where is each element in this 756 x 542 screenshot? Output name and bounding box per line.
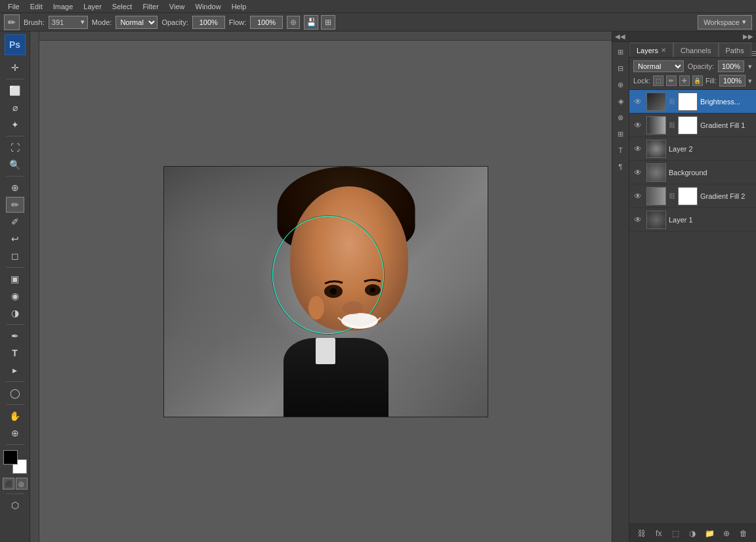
add-mask-btn[interactable]: ⬚ [669, 527, 682, 540]
eye-visibility-layer2[interactable]: 👁 [632, 143, 644, 155]
fill-label: Fill: [705, 77, 717, 85]
lock-position-btn[interactable]: ✛ [679, 75, 690, 86]
ruler-top [30, 31, 612, 41]
layers-tab[interactable]: Layers ✕ [629, 43, 673, 57]
fill-input[interactable] [719, 75, 746, 87]
adjustment-btn[interactable]: ◑ [686, 527, 699, 540]
panel-tool-3[interactable]: ⊕ [614, 77, 628, 92]
crop-tool[interactable]: ⛶ [6, 140, 24, 156]
canvas-wrapper [163, 166, 488, 417]
panel-tool-4[interactable]: ◈ [614, 94, 628, 108]
menu-select[interactable]: Select [107, 0, 138, 13]
layer-name-brightness: Brightness... [700, 98, 753, 106]
canvas-content[interactable] [163, 166, 488, 417]
expand-right-icon[interactable]: ▶▶ [743, 33, 753, 40]
mode-select[interactable]: Normal Multiply Screen [116, 16, 158, 29]
menu-layer[interactable]: Layer [78, 0, 107, 13]
fx-btn[interactable]: fx [652, 527, 665, 540]
fill-arrow-icon[interactable]: ▾ [748, 77, 752, 85]
eye-visibility-layer1[interactable]: 👁 [632, 214, 644, 226]
lock-all-btn[interactable]: 🔒 [692, 75, 703, 86]
eyedropper-tool[interactable]: 🔍 [6, 157, 24, 173]
dodge-tool[interactable]: ◑ [6, 305, 24, 321]
eye-visibility-background[interactable]: 👁 [632, 167, 644, 178]
healing-tool[interactable]: ⊕ [6, 180, 24, 196]
blur-tool[interactable]: ◉ [6, 288, 24, 304]
panel-tool-5[interactable]: ⊗ [614, 110, 628, 125]
marquee-tool[interactable]: ⬜ [6, 83, 24, 98]
lock-transparent-btn[interactable]: ⬚ [653, 75, 663, 86]
zoom-tool[interactable]: ⊕ [6, 425, 24, 441]
eye-visibility-brightness[interactable]: 👁 [632, 96, 644, 108]
layer-item-layer2[interactable]: 👁 Layer 2 [629, 137, 756, 161]
menu-file[interactable]: File [3, 0, 25, 13]
workspace-button[interactable]: Workspace ▾ [698, 15, 752, 30]
flow-input[interactable] [250, 16, 283, 29]
new-layer-btn[interactable]: ⊕ [720, 527, 733, 540]
opacity-arrow-icon[interactable]: ▾ [748, 62, 752, 71]
screen-mode-btn[interactable]: ⬡ [6, 497, 24, 513]
blend-opacity-row: Normal Multiply Screen Opacity: ▾ [633, 60, 752, 72]
layer-item-brightness[interactable]: 👁 ⛓ Brightness... [629, 90, 756, 114]
opacity-input[interactable] [192, 16, 225, 29]
layer-item-gradient1[interactable]: 👁 ⛓ Gradient Fill 1 [629, 114, 756, 137]
opacity-input[interactable] [718, 60, 744, 72]
new-group-btn[interactable]: 📁 [703, 527, 716, 540]
menu-edit[interactable]: Edit [25, 0, 48, 13]
channels-tab[interactable]: Channels [673, 43, 718, 57]
move-tool[interactable]: ✛ [6, 60, 24, 75]
mode-label: Mode: [92, 18, 112, 26]
panel-arrange-btn[interactable]: ⊞ [614, 45, 628, 59]
panel-tool-8[interactable]: ¶ [614, 159, 628, 174]
layer-mask-gradient2 [678, 187, 698, 205]
panel-tool-2[interactable]: ⊟ [614, 61, 628, 75]
layer-item-layer1[interactable]: 👁 Layer 1 [629, 208, 756, 232]
eraser-tool[interactable]: ◻ [6, 248, 24, 264]
brush-preset-picker[interactable]: 391 ▾ [49, 16, 88, 29]
magic-wand-tool[interactable]: ✦ [6, 117, 24, 133]
tool-separator-4 [6, 267, 24, 268]
paths-tab[interactable]: Paths [719, 43, 751, 57]
menu-image[interactable]: Image [48, 0, 79, 13]
history-brush-tool[interactable]: ↩ [6, 231, 24, 247]
menu-window[interactable]: Window [190, 0, 226, 13]
link-layers-btn[interactable]: ⛓ [635, 527, 648, 540]
menu-view[interactable]: View [164, 0, 190, 13]
pen-tool[interactable]: ✒ [6, 328, 24, 344]
standard-mode-btn[interactable]: ⬛ [3, 478, 14, 490]
layer-item-background[interactable]: 👁 Background [629, 161, 756, 184]
layers-tab-close[interactable]: ✕ [661, 47, 666, 54]
shape-tool[interactable]: ◯ [6, 385, 24, 401]
clone-tool[interactable]: ✐ [6, 214, 24, 230]
layer-mask-brightness [678, 93, 698, 111]
brush-tool[interactable]: ✏ [6, 197, 24, 213]
eye-visibility-gradient2[interactable]: 👁 [632, 190, 644, 202]
delete-layer-btn[interactable]: 🗑 [737, 527, 750, 540]
layer-item-gradient2[interactable]: 👁 ⛓ Gradient Fill 2 [629, 184, 756, 208]
collapse-left-icon[interactable]: ◀◀ [615, 33, 625, 40]
text-tool[interactable]: T [6, 345, 24, 361]
gradient-tool[interactable]: ▣ [6, 271, 24, 287]
layer-link-gradient1: ⛓ [669, 121, 675, 129]
color-picker[interactable] [3, 450, 27, 474]
path-select-tool[interactable]: ▸ [6, 362, 24, 378]
brush-tool-btn[interactable]: ✏ [4, 14, 20, 30]
lasso-tool[interactable]: ⌀ [6, 100, 24, 115]
airbrush-toggle[interactable]: ⊕ [287, 16, 300, 29]
menu-help[interactable]: Help [226, 0, 252, 13]
menu-filter[interactable]: Filter [137, 0, 163, 13]
save-preset-icon[interactable]: 💾 [304, 15, 318, 30]
tool-separator-9 [6, 493, 24, 494]
panel-tool-6[interactable]: ⊞ [614, 127, 628, 141]
options-bar: ✏ Brush: 391 ▾ Mode: Normal Multiply Scr… [0, 13, 756, 31]
panel-menu-icon[interactable]: ☰ [751, 50, 756, 57]
lock-paint-btn[interactable]: ✏ [666, 75, 677, 86]
foreground-color[interactable] [3, 450, 18, 465]
eye-visibility-gradient1[interactable]: 👁 [632, 119, 644, 131]
quick-mask-btn[interactable]: ◎ [16, 478, 28, 490]
arrange-icon[interactable]: ⊞ [321, 15, 335, 30]
panel-tool-7[interactable]: T [614, 143, 628, 157]
brush-label: Brush: [24, 18, 45, 26]
blend-mode-select[interactable]: Normal Multiply Screen [633, 60, 684, 72]
hand-tool[interactable]: ✋ [6, 408, 24, 424]
